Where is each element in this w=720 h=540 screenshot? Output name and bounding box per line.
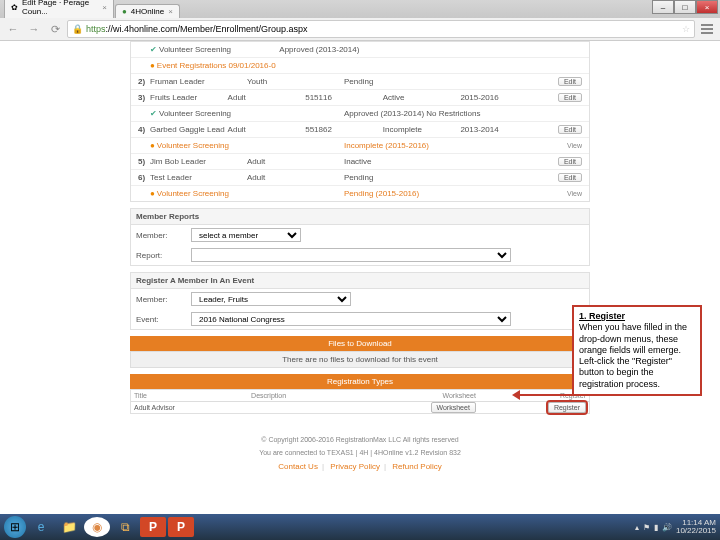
leader-row: 3) Fruits Leader Adult 515116 Active 201… bbox=[131, 90, 589, 106]
check-icon: ✔ bbox=[150, 45, 157, 54]
tab-favicon: ✿ bbox=[11, 3, 18, 12]
leader-list-panel: ✔Volunteer Screening Approved (2013-2014… bbox=[130, 41, 590, 202]
chrome-menu-button[interactable] bbox=[698, 20, 716, 38]
event-label: Event: bbox=[136, 315, 191, 324]
tab-favicon: ● bbox=[122, 7, 127, 16]
system-tray: ▴ ⚑ ▮ 🔊 11:14 AM 10/22/2015 bbox=[635, 519, 716, 535]
alert-icon: ● bbox=[150, 61, 155, 70]
edit-button[interactable]: Edit bbox=[558, 93, 582, 102]
clock[interactable]: 11:14 AM 10/22/2015 bbox=[676, 519, 716, 535]
worksheet-button[interactable]: Worksheet bbox=[431, 402, 476, 413]
close-icon[interactable]: × bbox=[102, 3, 107, 12]
network-icon[interactable]: ▮ bbox=[654, 523, 658, 532]
powerpoint-icon[interactable]: P bbox=[168, 517, 194, 537]
minimize-button[interactable]: – bbox=[652, 0, 674, 14]
outlook-icon[interactable]: ⧉ bbox=[112, 517, 138, 537]
url-rest: ://wi.4honline.com/Member/Enrollment/Gro… bbox=[106, 24, 308, 34]
reload-button[interactable]: ⟳ bbox=[46, 20, 64, 38]
leader-row: ✔Volunteer Screening Approved (2013-2014… bbox=[131, 42, 589, 58]
register-member-panel: Register A Member In An Event Member: Le… bbox=[130, 272, 590, 330]
forward-button[interactable]: → bbox=[25, 20, 43, 38]
register-button[interactable]: Register bbox=[548, 402, 586, 413]
close-button[interactable]: × bbox=[696, 0, 718, 14]
maximize-button[interactable]: □ bbox=[674, 0, 696, 14]
leader-row: 6) Test Leader Adult Pending Edit bbox=[131, 170, 589, 186]
tab-label: 4HOnline bbox=[131, 7, 164, 16]
leader-row: 5) Jim Bob Leader Adult Inactive Edit bbox=[131, 154, 589, 170]
alert-icon: ● bbox=[150, 141, 155, 150]
leader-row: ✔Volunteer Screening Approved (2013-2014… bbox=[131, 106, 589, 122]
no-files-message: There are no files to download for this … bbox=[130, 351, 590, 368]
edit-button[interactable]: Edit bbox=[558, 77, 582, 86]
back-button[interactable]: ← bbox=[4, 20, 22, 38]
leader-row: 2) Fruman Leader Youth Pending Edit bbox=[131, 74, 589, 90]
privacy-link[interactable]: Privacy Policy bbox=[330, 462, 380, 471]
url-https: https bbox=[86, 24, 106, 34]
callout-arrow-line bbox=[517, 394, 573, 396]
view-link[interactable]: View bbox=[567, 142, 582, 149]
edit-button[interactable]: Edit bbox=[558, 125, 582, 134]
lock-icon: 🔒 bbox=[72, 24, 83, 34]
leader-row: 4) Garbed Gaggle Leader Adult 551862 Inc… bbox=[131, 122, 589, 138]
browser-chrome: ✿ Edit Page · Perage Coun... × ● 4HOnlin… bbox=[0, 0, 720, 41]
files-header: Files to Download bbox=[130, 336, 590, 351]
member-label: Member: bbox=[136, 231, 191, 240]
table-row: Adult Advisor Worksheet Register bbox=[131, 402, 589, 414]
col-worksheet: Worksheet bbox=[351, 390, 479, 402]
panel-heading: Member Reports bbox=[131, 209, 589, 225]
report-label: Report: bbox=[136, 251, 191, 260]
powerpoint-icon[interactable]: P bbox=[140, 517, 166, 537]
ie-icon[interactable]: e bbox=[28, 517, 54, 537]
report-select[interactable] bbox=[191, 248, 511, 262]
volume-icon[interactable]: 🔊 bbox=[662, 523, 672, 532]
explorer-icon[interactable]: 📁 bbox=[56, 517, 82, 537]
view-link[interactable]: View bbox=[567, 190, 582, 197]
panel-heading: Register A Member In An Event bbox=[131, 273, 589, 289]
url-input[interactable]: 🔒 https://wi.4honline.com/Member/Enrollm… bbox=[67, 20, 695, 38]
chrome-icon[interactable]: ◉ bbox=[84, 517, 110, 537]
tab-label: Edit Page · Perage Coun... bbox=[22, 0, 98, 16]
reg-types-panel: Title Description Worksheet Register Adu… bbox=[130, 389, 590, 414]
page-content: ✔Volunteer Screening Approved (2013-2014… bbox=[0, 41, 720, 481]
refund-link[interactable]: Refund Policy bbox=[392, 462, 441, 471]
alert-icon: ● bbox=[150, 189, 155, 198]
tray-expand-icon[interactable]: ▴ bbox=[635, 523, 639, 532]
event-select[interactable]: 2016 National Congress bbox=[191, 312, 511, 326]
tab-4honline[interactable]: ● 4HOnline × bbox=[115, 4, 180, 18]
tab-strip: ✿ Edit Page · Perage Coun... × ● 4HOnlin… bbox=[0, 0, 720, 18]
col-title: Title bbox=[131, 390, 248, 402]
member-select[interactable]: Leader, Fruits bbox=[191, 292, 351, 306]
instruction-callout: 1. Register When you have filled in the … bbox=[572, 305, 702, 396]
reg-types-header: Registration Types bbox=[130, 374, 590, 389]
close-icon[interactable]: × bbox=[168, 7, 173, 16]
contact-link[interactable]: Contact Us bbox=[278, 462, 318, 471]
member-reports-panel: Member Reports Member: select a member R… bbox=[130, 208, 590, 266]
col-description: Description bbox=[248, 390, 350, 402]
start-button[interactable]: ⊞ bbox=[4, 516, 26, 538]
member-label: Member: bbox=[136, 295, 191, 304]
leader-row: ●Event Registrations 09/01/2016-08/31/20… bbox=[131, 58, 589, 74]
leader-row: ●Volunteer Screening Incomplete (2015-20… bbox=[131, 138, 589, 154]
flag-icon[interactable]: ⚑ bbox=[643, 523, 650, 532]
edit-button[interactable]: Edit bbox=[558, 157, 582, 166]
edit-button[interactable]: Edit bbox=[558, 173, 582, 182]
address-bar-row: ← → ⟳ 🔒 https://wi.4honline.com/Member/E… bbox=[0, 18, 720, 40]
bookmark-icon[interactable]: ☆ bbox=[682, 24, 690, 34]
window-controls: – □ × bbox=[652, 0, 718, 14]
member-select[interactable]: select a member bbox=[191, 228, 301, 242]
support-line: You are connected to TEXAS1 | 4H | 4HOnl… bbox=[130, 449, 590, 462]
taskbar: ⊞ e 📁 ◉ ⧉ P P ▴ ⚑ ▮ 🔊 11:14 AM 10/22/201… bbox=[0, 514, 720, 540]
callout-body: When you have filled in the drop-down me… bbox=[579, 322, 687, 388]
reg-title: Adult Advisor bbox=[131, 402, 248, 414]
callout-arrow-head bbox=[512, 390, 520, 400]
check-icon: ✔ bbox=[150, 109, 157, 118]
copyright: © Copyright 2006-2016 RegistrationMax LL… bbox=[130, 420, 590, 449]
footer-links: Contact Us| Privacy Policy| Refund Polic… bbox=[130, 462, 590, 471]
leader-row: ●Volunteer Screening Pending (2015-2016)… bbox=[131, 186, 589, 201]
callout-title: 1. Register bbox=[579, 311, 625, 321]
tab-edit-page[interactable]: ✿ Edit Page · Perage Coun... × bbox=[4, 0, 114, 18]
